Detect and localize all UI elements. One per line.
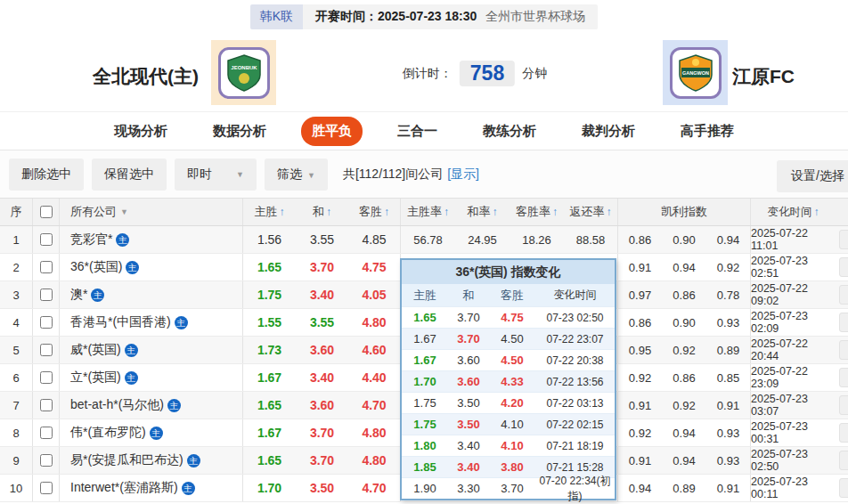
countdown-unit: 分钟 — [522, 66, 547, 82]
popup-change-time: 07-22 13:56 — [535, 371, 615, 392]
header-draw-odds[interactable]: 和↑ — [296, 199, 348, 225]
company-cell[interactable]: 香港马*(中国香港) 主 — [60, 309, 243, 336]
row-checkbox[interactable] — [40, 344, 53, 356]
sort-asc-icon: ↑ — [607, 206, 612, 218]
row-checkbox-cell — [33, 475, 60, 501]
popup-home-odds: 1.67 — [402, 329, 448, 349]
row-checkbox[interactable] — [40, 427, 53, 439]
change-time-value: 2025-07-23 00:31 — [751, 419, 836, 446]
delete-selected-button[interactable]: 删除选中 — [9, 159, 84, 191]
popup-change-time: 07-20 22:34(初指) — [535, 478, 615, 499]
away-odds-value: 4.80 — [348, 447, 401, 474]
row-number: 8 — [0, 419, 33, 446]
kelly-home-value: 0.92 — [618, 419, 662, 446]
row-action-button[interactable] — [839, 368, 848, 387]
popup-draw-odds: 3.40 — [448, 457, 489, 477]
time-filter-dropdown[interactable]: 即时 ▼ — [175, 159, 257, 191]
home-odds-value: 1.73 — [243, 337, 296, 363]
header-company[interactable]: 所有公司 ▼ — [60, 199, 243, 225]
row-checkbox[interactable] — [40, 233, 53, 246]
row-action-button[interactable] — [839, 340, 848, 360]
company-cell[interactable]: 竞彩官* 主 — [60, 226, 243, 253]
league-badge: 韩K联 — [250, 4, 303, 29]
company-cell[interactable]: bet-at-h*(马尔他) 主 — [60, 392, 243, 419]
settings-select-button[interactable]: 设置/选择 — [777, 160, 848, 192]
company-cell[interactable]: Interwet*(塞浦路斯) 主 — [60, 475, 243, 501]
away-team-logo-frame: GANGWON — [670, 47, 722, 99]
company-cell[interactable]: 威*(英国) 主 — [60, 337, 243, 363]
kelly-away-value: 0.85 — [706, 364, 751, 391]
row-checkbox[interactable] — [40, 316, 53, 329]
header-away-odds[interactable]: 客胜↑ — [348, 199, 401, 225]
home-odds-value: 1.65 — [243, 447, 296, 474]
company-name: 伟*(直布罗陀) — [70, 425, 146, 441]
popup-row: 1.75 3.50 4.10 07-22 02:15 — [402, 413, 615, 435]
select-all-checkbox[interactable] — [40, 206, 53, 218]
draw-odds-value: 3.70 — [296, 447, 348, 474]
row-action-button[interactable] — [839, 451, 848, 470]
main-company-badge-icon: 主 — [187, 454, 200, 467]
company-cell[interactable]: 36*(英国) 主 — [60, 254, 243, 280]
change-time-value: 2025-07-23 03:07 — [751, 392, 836, 419]
home-team-name: 全北现代(主) — [93, 64, 199, 89]
row-action-button[interactable] — [839, 257, 848, 277]
draw-odds-value: 3.40 — [296, 281, 348, 308]
row-checkbox[interactable] — [40, 454, 53, 467]
match-info-pill: 韩K联 开赛时间：2025-07-23 18:30 全州市世界杯球场 — [250, 4, 599, 29]
row-action-button[interactable] — [839, 395, 848, 415]
header-home-rate[interactable]: 主胜率↑ — [401, 199, 455, 225]
nav-tab[interactable]: 三合一 — [387, 117, 448, 146]
row-checkbox[interactable] — [40, 289, 53, 301]
row-action-button[interactable] — [839, 423, 848, 443]
row-sliver — [836, 364, 848, 391]
nav-tab[interactable]: 教练分析 — [472, 117, 547, 146]
popup-row: 1.75 3.50 4.20 07-22 03:13 — [402, 392, 615, 413]
company-cell[interactable]: 澳* 主 — [60, 281, 243, 308]
company-name: 香港马*(中国香港) — [70, 314, 171, 330]
row-action-button[interactable] — [839, 230, 848, 249]
row-action-button[interactable] — [839, 313, 848, 332]
popup-row: 1.70 3.60 4.33 07-22 13:56 — [402, 370, 615, 392]
keep-selected-button[interactable]: 保留选中 — [92, 159, 167, 191]
row-checkbox-cell — [33, 337, 60, 363]
row-checkbox[interactable] — [40, 482, 53, 494]
company-name: 威*(英国) — [70, 342, 121, 358]
row-checkbox[interactable] — [40, 261, 53, 273]
header-draw-rate[interactable]: 和率↑ — [455, 199, 510, 225]
popup-header-draw: 和 — [448, 288, 489, 304]
row-checkbox[interactable] — [40, 399, 53, 411]
popup-away-odds: 4.75 — [489, 307, 535, 328]
popup-row: 1.90 3.30 3.70 07-20 22:34(初指) — [402, 477, 615, 499]
company-cell[interactable]: 立*(英国) 主 — [60, 364, 243, 391]
nav-tab[interactable]: 数据分析 — [202, 117, 277, 146]
row-action-button[interactable] — [839, 285, 848, 305]
nav-tab[interactable]: 高手推荐 — [670, 117, 745, 146]
row-sliver — [836, 337, 848, 363]
filter-button[interactable]: 筛选▼ — [265, 159, 328, 191]
table-header-row: 序 所有公司 ▼ 主胜↑ 和↑ 客胜↑ 主胜率↑ 和率↑ — [0, 199, 848, 226]
row-checkbox[interactable] — [40, 371, 53, 384]
countdown-label: 倒计时： — [403, 66, 453, 82]
nav-tab[interactable]: 裁判分析 — [571, 117, 646, 146]
company-count-text: 共[112/112]间公司 — [343, 167, 443, 183]
row-number: 1 — [0, 226, 33, 253]
company-cell[interactable]: 易*(安提瓜和巴布达) 主 — [60, 447, 243, 474]
popup-home-odds: 1.65 — [402, 307, 448, 328]
show-link[interactable]: [显示] — [447, 167, 479, 183]
company-name: 立*(英国) — [70, 370, 121, 386]
header-change-time[interactable]: 变化时间↑ — [751, 199, 836, 225]
header-home-odds[interactable]: 主胜↑ — [243, 199, 296, 225]
row-sliver — [836, 309, 848, 336]
header-away-rate[interactable]: 客胜率↑ — [510, 199, 564, 225]
nav-tab[interactable]: 现场分析 — [103, 117, 178, 146]
company-cell[interactable]: 伟*(直布罗陀) 主 — [60, 419, 243, 446]
header-return-rate[interactable]: 返还率↑ — [564, 199, 618, 225]
nav-tab[interactable]: 胜平负 — [301, 117, 363, 146]
change-time-value: 2025-07-23 02:50 — [751, 447, 836, 474]
popup-away-odds: 4.50 — [489, 329, 535, 349]
popup-home-odds: 1.80 — [402, 435, 448, 456]
kelly-away-value: 0.89 — [706, 337, 751, 363]
kelly-away-value: 0.94 — [706, 226, 751, 253]
row-action-button[interactable] — [839, 478, 848, 498]
row-checkbox-cell — [33, 419, 60, 446]
